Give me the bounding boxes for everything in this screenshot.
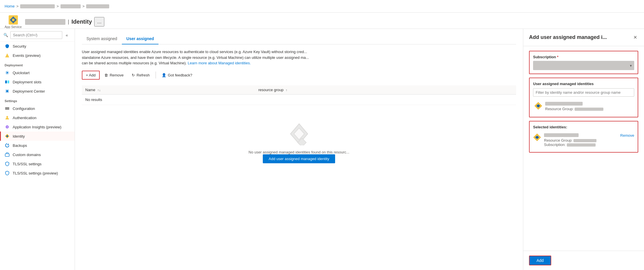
separator: | bbox=[68, 19, 69, 25]
selected-identity-remove-link[interactable]: Remove bbox=[620, 133, 634, 138]
selected-sub-value-gray bbox=[567, 143, 596, 147]
refresh-button[interactable]: ↻ Refresh bbox=[128, 71, 153, 79]
selected-identities-section: Selected identities: Resource Group: bbox=[529, 121, 638, 153]
sidebar-item-authentication[interactable]: Authentication bbox=[0, 113, 75, 122]
sidebar-item-label: TLS/SSL settings bbox=[13, 162, 41, 166]
sidebar-item-quickstart[interactable]: Quickstart bbox=[0, 68, 75, 77]
sidebar-item-deployment-center[interactable]: Deployment Center bbox=[0, 87, 75, 96]
svg-rect-7 bbox=[7, 80, 9, 83]
remove-icon: 🗑 bbox=[104, 73, 108, 77]
identity-list-item[interactable]: Resource Group: bbox=[533, 100, 634, 113]
tab-system-assigned[interactable]: System assigned bbox=[82, 33, 122, 44]
managed-identities-title: User assigned managed identities bbox=[533, 82, 634, 86]
panel-title: Add user assigned managed i... bbox=[529, 34, 607, 40]
page-header-name-gray bbox=[25, 19, 65, 25]
page-header: App Service | Identity ... bbox=[0, 13, 644, 29]
toolbar: + Add 🗑 Remove ↻ Refresh 👤 Got feedback? bbox=[82, 71, 516, 80]
table-header-name[interactable]: Name ↑↓ bbox=[82, 85, 255, 95]
configuration-icon bbox=[5, 106, 10, 111]
deployment-slots-icon bbox=[5, 79, 10, 85]
sidebar-item-label: Deployment slots bbox=[13, 80, 41, 84]
search-icon: 🔍 bbox=[3, 33, 8, 37]
identity-filter-input[interactable] bbox=[533, 88, 634, 97]
breadcrumb-part2 bbox=[61, 4, 81, 8]
panel-close-button[interactable]: ✕ bbox=[632, 33, 638, 41]
data-table: Name ↑↓ resource group ↑ No results bbox=[82, 85, 516, 105]
breadcrumb-sep2: > bbox=[56, 4, 59, 8]
subscription-value-gray bbox=[533, 61, 634, 70]
subscription-select-wrapper: ▾ bbox=[533, 61, 634, 70]
svg-rect-11 bbox=[5, 108, 9, 109]
application-insights-icon bbox=[5, 124, 10, 130]
tab-user-assigned[interactable]: User assigned bbox=[122, 33, 159, 44]
app-service-icon bbox=[9, 15, 18, 25]
sort-icon: ↑ bbox=[286, 88, 288, 92]
panel-header: Add user assigned managed i... ✕ bbox=[523, 29, 644, 46]
add-user-assigned-button[interactable]: Add user assigned managed identity bbox=[263, 154, 335, 163]
refresh-label: Refresh bbox=[137, 73, 150, 77]
selected-identity-name-gray bbox=[544, 133, 579, 137]
sidebar-item-identity[interactable]: Identity bbox=[0, 132, 75, 141]
refresh-icon: ↻ bbox=[132, 73, 135, 77]
sidebar-item-security[interactable]: Security bbox=[0, 42, 75, 51]
breadcrumb-sep1: > bbox=[16, 4, 19, 8]
search-input[interactable] bbox=[10, 31, 62, 39]
backups-icon bbox=[5, 143, 10, 148]
sidebar-item-tls-ssl[interactable]: TLS/SSL settings bbox=[0, 159, 75, 168]
no-results-text: No results bbox=[82, 94, 255, 105]
table-header-resource-group[interactable]: resource group ↑ bbox=[255, 85, 516, 95]
tabs-container: System assigned User assigned bbox=[82, 33, 516, 44]
sidebar-item-backups[interactable]: Backups bbox=[0, 141, 75, 150]
svg-point-13 bbox=[6, 116, 8, 118]
remove-label: Remove bbox=[110, 73, 124, 77]
panel-footer: Add bbox=[523, 251, 644, 270]
quickstart-icon bbox=[5, 70, 10, 75]
sidebar-item-events[interactable]: Events (preview) bbox=[0, 51, 75, 60]
identity-rg: Resource Group: bbox=[545, 107, 633, 111]
sidebar-item-label: TLS/SSL settings (preview) bbox=[13, 171, 58, 175]
svg-rect-6 bbox=[5, 80, 7, 83]
learn-more-link[interactable]: Learn more about Managed identities. bbox=[188, 61, 251, 65]
tls-ssl-preview-icon bbox=[5, 170, 10, 176]
deployment-center-icon bbox=[5, 89, 10, 94]
identity-name-gray bbox=[545, 102, 583, 106]
breadcrumb-part3 bbox=[86, 4, 109, 8]
add-button[interactable]: + Add bbox=[82, 71, 100, 80]
breadcrumb-home[interactable]: Home bbox=[5, 4, 15, 8]
more-options-button[interactable]: ... bbox=[94, 17, 104, 27]
sidebar-item-label: Deployment Center bbox=[13, 89, 45, 93]
sidebar-item-label: Backups bbox=[13, 143, 27, 148]
sidebar-item-deployment-slots[interactable]: Deployment slots bbox=[0, 77, 75, 87]
sidebar-section-deployment: Deployment bbox=[0, 60, 75, 68]
sidebar-item-label: Custom domains bbox=[13, 153, 41, 157]
svg-rect-10 bbox=[5, 107, 9, 108]
tls-ssl-icon bbox=[5, 161, 10, 166]
app-service-label: App Service bbox=[5, 25, 22, 29]
custom-domains-icon bbox=[5, 152, 10, 157]
events-icon bbox=[5, 53, 10, 58]
collapse-button[interactable]: « bbox=[65, 32, 69, 39]
sidebar: 🔍 « Security Events (preview) Deployment… bbox=[0, 29, 75, 270]
sidebar-item-label: Quickstart bbox=[13, 71, 30, 75]
identity-item-info: Resource Group: bbox=[545, 102, 633, 111]
selected-rg-value-gray bbox=[573, 139, 596, 142]
identity-icon bbox=[5, 134, 10, 139]
sidebar-item-custom-domains[interactable]: Custom domains bbox=[0, 150, 75, 159]
authentication-icon bbox=[5, 115, 10, 120]
table-row-no-results: No results bbox=[82, 94, 516, 105]
panel-add-button[interactable]: Add bbox=[529, 256, 551, 265]
selected-identity-icon bbox=[533, 133, 541, 141]
sidebar-item-label: Security bbox=[13, 44, 26, 48]
selected-identity-item: Resource Group: Subscription: Remove bbox=[533, 132, 634, 149]
sidebar-item-tls-ssl-preview[interactable]: TLS/SSL settings (preview) bbox=[0, 168, 75, 178]
remove-button[interactable]: 🗑 Remove bbox=[101, 71, 127, 79]
breadcrumb: Home > > > bbox=[5, 4, 109, 8]
sidebar-item-application-insights[interactable]: Application Insights (preview) bbox=[0, 122, 75, 132]
right-panel: Add user assigned managed i... ✕ Subscri… bbox=[523, 29, 644, 270]
identity-item-icon bbox=[534, 102, 542, 110]
empty-state-icon bbox=[288, 122, 311, 145]
sidebar-item-configuration[interactable]: Configuration bbox=[0, 104, 75, 113]
feedback-button[interactable]: 👤 Got feedback? bbox=[158, 71, 196, 79]
managed-identities-section: User assigned managed identities Resourc… bbox=[529, 78, 638, 117]
sidebar-item-label: Application Insights (preview) bbox=[13, 125, 61, 129]
